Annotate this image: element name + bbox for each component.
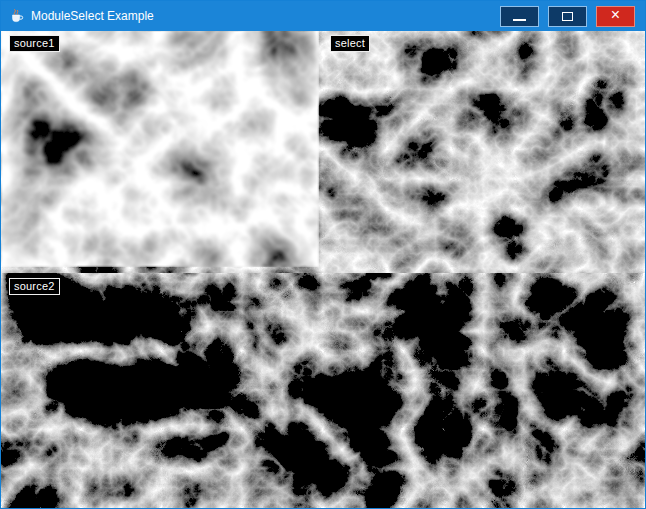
maximize-button[interactable] (548, 6, 587, 27)
close-icon: × (611, 7, 620, 23)
minimize-icon (513, 19, 526, 21)
minimize-button[interactable] (500, 6, 539, 27)
titlebar[interactable]: ModuleSelect Example × (1, 1, 645, 31)
app-window: ModuleSelect Example × (0, 0, 646, 509)
render-canvas: source1 select source2 (1, 30, 645, 508)
window-controls: × (500, 6, 635, 27)
java-icon[interactable] (8, 8, 24, 24)
source2-noise-image (1, 273, 645, 508)
source2-label: source2 (9, 278, 60, 295)
select-label: select (330, 35, 370, 52)
close-button[interactable]: × (596, 6, 635, 27)
source1-label: source1 (9, 35, 60, 52)
window-title: ModuleSelect Example (31, 9, 500, 23)
maximize-icon (562, 12, 573, 21)
source1-noise-image (1, 30, 319, 267)
